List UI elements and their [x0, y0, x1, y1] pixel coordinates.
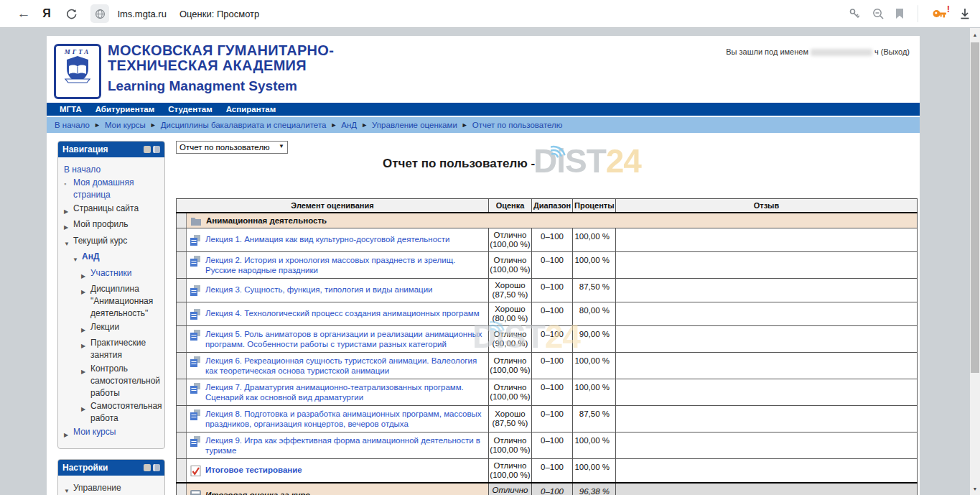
sidebar-item[interactable]: ▶Практические занятия — [61, 337, 162, 361]
arrow-down-icon: ▼ — [64, 235, 73, 250]
grade-row: Лекция 9. Игра как эффективная форма ани… — [177, 432, 918, 459]
site-globe-icon[interactable] — [90, 4, 109, 23]
item-name: Лекция 3. Сущность, функция, типология и… — [190, 284, 485, 296]
breadcrumb-item[interactable]: АнД — [341, 121, 357, 129]
dock-block-icon[interactable] — [153, 464, 160, 471]
grade-item-link[interactable]: Лекция 2. История и хронология массовых … — [205, 255, 485, 275]
site-title-line1: МОСКОВСКАЯ ГУМАНИТАРНО- — [108, 43, 334, 58]
breadcrumb-separator-icon: ► — [150, 121, 157, 129]
grade-cell: Отлично(100,00 %) — [489, 228, 532, 252]
sidebar-item[interactable]: ▶Участники — [61, 267, 162, 282]
report-heading: Отчет по пользователю - — [383, 157, 535, 171]
grade-cell: Отлично(100,00 %) — [489, 353, 532, 379]
report-type-select[interactable]: Отчет по пользователю — [176, 141, 288, 154]
back-icon[interactable]: ← — [13, 6, 34, 22]
item-name: Лекция 8. Подготовка и разработка анимац… — [190, 409, 485, 429]
breadcrumb-item[interactable]: Мои курсы — [105, 121, 146, 129]
nav-item-Студентам[interactable]: Студентам — [168, 105, 213, 114]
scroll-down-icon[interactable]: ▼ — [970, 484, 980, 494]
range-cell: 0–100 — [532, 353, 573, 379]
download-icon[interactable] — [958, 7, 971, 20]
scrollbar-thumb[interactable] — [971, 42, 979, 373]
nav-item-Абитуриентам[interactable]: Абитуриентам — [95, 105, 154, 114]
grade-item-link[interactable]: Лекция 3. Сущность, функция, типология и… — [205, 284, 433, 295]
grade-label: Хорошо — [490, 281, 531, 290]
address-url[interactable]: lms.mgta.ru — [118, 9, 167, 19]
navigation-block-header[interactable]: Навигация — [58, 142, 164, 157]
settings-block-title: Настройки — [62, 463, 108, 473]
sidebar-item[interactable]: ▶Самостоятельная работа — [61, 400, 162, 425]
range-cell: 0–100 — [532, 459, 573, 484]
sidebar-item[interactable]: ▶Контроль самостоятельной работы — [61, 363, 162, 399]
site-title-line2: ТЕХНИЧЕСКАЯ АКАДЕМИЯ — [108, 58, 334, 73]
sidebar-item[interactable]: ▶Лекции — [61, 321, 162, 336]
sidebar-item[interactable]: ▼Текущий курс — [61, 235, 162, 250]
column-header-feedback: Отзыв — [616, 199, 918, 213]
bookmark-icon[interactable] — [895, 8, 905, 19]
feedback-cell — [616, 326, 918, 353]
settings-items: ▼Управление оценкамиОбзорный отчетОтчет … — [58, 476, 164, 495]
logout-link[interactable]: ч (Выход) — [874, 47, 910, 56]
category-inner: Анимационная деятельность — [190, 216, 913, 226]
signal-arcs-icon — [551, 130, 572, 169]
grade-item-link[interactable]: Лекция 9. Игра как эффективная форма ани… — [205, 435, 485, 455]
bullet-icon: ▪ — [64, 177, 73, 201]
feedback-cell — [616, 379, 918, 406]
yandex-icon[interactable]: Я — [34, 7, 59, 20]
item-name-cell: Итоговая оценка за курс — [187, 483, 489, 495]
protect-alert-icon[interactable]: ! — [931, 6, 948, 21]
nav-item-МГТА[interactable]: МГТА — [60, 105, 82, 114]
sidebar-item-label: Самостоятельная работа — [90, 400, 162, 425]
sidebar-item[interactable]: ▶Дисциплина "Анимационная деятельность" — [61, 283, 162, 320]
sidebar-item[interactable]: ▶Мой профиль — [61, 218, 162, 233]
total-row: Итоговая оценка за курсОтлично(96,38 %)0… — [177, 483, 918, 495]
settings-block-header[interactable]: Настройки — [58, 460, 164, 476]
grade-item-link[interactable]: Лекция 1. Анимация как вид культурно-дос… — [205, 234, 449, 244]
sidebar-item[interactable]: ▶Страницы сайта — [61, 203, 162, 218]
sidebar-item[interactable]: ▼АнД — [61, 251, 162, 266]
sidebar-item[interactable]: В начало — [61, 164, 162, 176]
range-cell: 0–100 — [532, 379, 573, 406]
percent-cell: 100,00 % — [573, 353, 616, 379]
percent-cell: 100,00 % — [573, 379, 616, 406]
grade-item-link[interactable]: Лекция 6. Рекреационная сущность туристс… — [205, 356, 485, 376]
dock-block-icon[interactable] — [153, 146, 160, 153]
feedback-cell — [616, 279, 918, 302]
sidebar-item-label: АнД — [82, 251, 162, 266]
lesson-icon — [190, 329, 202, 341]
grade-percent-detail: (87,50 %) — [490, 290, 531, 300]
grade-item-link[interactable]: Лекция 4. Технологический процесс создан… — [205, 308, 480, 318]
item-name-cell: Лекция 1. Анимация как вид культурно-дос… — [187, 228, 489, 252]
breadcrumb-item[interactable]: Отчет по пользователю — [472, 121, 563, 129]
grade-row: Лекция 6. Рекреационная сущность туристс… — [177, 353, 918, 379]
grade-item-link[interactable]: Лекция 7. Драматургия анимационно-театра… — [205, 382, 485, 402]
sidebar-item[interactable]: ▪Моя домашняя страница — [61, 177, 162, 201]
breadcrumb-separator-icon: ► — [361, 121, 368, 129]
page-title: Оценки: Просмотр — [179, 9, 259, 19]
breadcrumb-item[interactable]: Дисциплины бакалавриата и специалитета — [161, 121, 327, 129]
breadcrumb-item[interactable]: Управление оценками — [372, 121, 457, 129]
sidebar-item[interactable]: ▼Управление оценками — [61, 482, 162, 495]
breadcrumb-separator-icon: ► — [330, 121, 337, 129]
item-name: Лекция 7. Драматургия анимационно-театра… — [190, 382, 485, 402]
breadcrumb-item[interactable]: В начало — [55, 121, 90, 129]
collapse-block-icon[interactable] — [144, 464, 151, 471]
level-cell — [177, 228, 187, 252]
collapse-block-icon[interactable] — [144, 146, 151, 153]
grade-label: Отлично — [490, 436, 531, 445]
grade-item-link[interactable]: Итоговое тестирование — [205, 465, 302, 475]
password-key-icon[interactable] — [849, 8, 862, 19]
sidebar-item[interactable]: ▶Мои курсы — [61, 426, 162, 441]
arrow-down-icon: ▼ — [73, 251, 82, 266]
grade-item-link[interactable]: Лекция 8. Подготовка и разработка анимац… — [205, 409, 485, 429]
grade-label: Отлично — [490, 231, 531, 240]
sidebar-item-label: Контроль самостоятельной работы — [90, 363, 162, 399]
scroll-up-icon[interactable]: ▲ — [970, 29, 980, 40]
item-name-cell: Лекция 2. История и хронология массовых … — [187, 252, 489, 279]
nav-item-Аспирантам[interactable]: Аспирантам — [226, 105, 276, 114]
grade-item-link[interactable]: Лекция 5. Роль аниматоров в организации … — [205, 329, 485, 349]
refresh-icon[interactable] — [59, 8, 83, 20]
zoom-out-icon[interactable] — [872, 7, 885, 20]
page-scrollbar[interactable]: ▲ ▼ — [970, 28, 980, 495]
grade-label: Отлично — [490, 356, 531, 366]
